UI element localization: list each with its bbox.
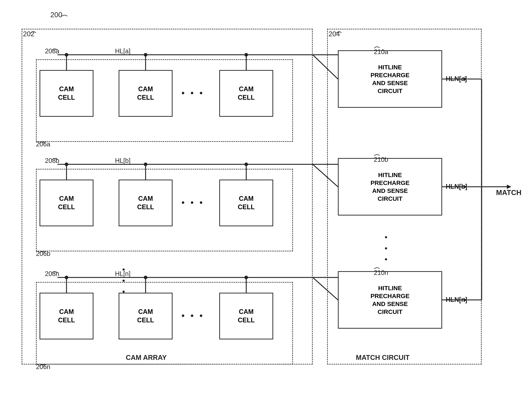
hl-a-label: HL[a]	[115, 47, 131, 55]
cam-cell-a2: CAMCELL	[119, 70, 173, 117]
cam-cell-b2: CAMCELL	[119, 180, 173, 226]
ellipsis-row-a: • • •	[182, 88, 204, 98]
cam-cell-n2: CAMCELL	[119, 293, 173, 339]
circuit-b-box: HITLINEPRECHARGEAND SENSECIRCUIT	[338, 158, 442, 216]
node-b-label: 208b	[45, 157, 59, 165]
cam-cell-a1: CAMCELL	[40, 70, 94, 117]
circuit-n-label: 210n	[374, 269, 388, 277]
diagram: 200 202 CAM ARRAY 204 MATCH CIRCUIT 206a…	[0, 0, 532, 394]
cam-cell-b1: CAMCELL	[40, 180, 94, 226]
title-label: 200	[50, 11, 62, 19]
circuit-a-label: 210a	[374, 48, 388, 56]
ellipsis-row-n: • • •	[182, 311, 204, 321]
match-circuit-label-204: 204	[329, 30, 340, 38]
cam-cell-b3: CAMCELL	[219, 180, 273, 226]
row-n-label: 206n	[36, 363, 50, 371]
circuit-b-label: 210b	[374, 156, 388, 163]
hln-a-label: HLN[a]	[446, 75, 467, 83]
node-n-label: 208n	[45, 270, 59, 278]
ellipsis-row-b: • • •	[182, 197, 204, 207]
svg-marker-35	[507, 185, 511, 189]
hl-b-label: HL[b]	[115, 157, 131, 165]
row-a-label: 206a	[36, 140, 50, 148]
node-a-label: 208a	[45, 47, 59, 55]
row-b-label: 206b	[36, 250, 50, 258]
hl-n-label: HL[n]	[115, 270, 131, 278]
circuit-a-box: HITLINEPRECHARGEAND SENSECIRCUIT	[338, 50, 442, 108]
match-label: MATCH	[496, 189, 521, 197]
cam-cell-n1: CAMCELL	[40, 293, 94, 339]
hln-n-label: HLN[n]	[446, 296, 467, 304]
cam-cell-a3: CAMCELL	[219, 70, 273, 117]
circuit-n-box: HITLINEPRECHARGEAND SENSECIRCUIT	[338, 271, 442, 329]
match-circuit-text: MATCH CIRCUIT	[356, 354, 410, 362]
cam-cell-n3: CAMCELL	[219, 293, 273, 339]
ellipsis-vertical-circuits: •••	[385, 232, 387, 265]
cam-array-label-202: 202	[23, 30, 34, 38]
hln-b-label: HLN[b]	[446, 183, 467, 190]
